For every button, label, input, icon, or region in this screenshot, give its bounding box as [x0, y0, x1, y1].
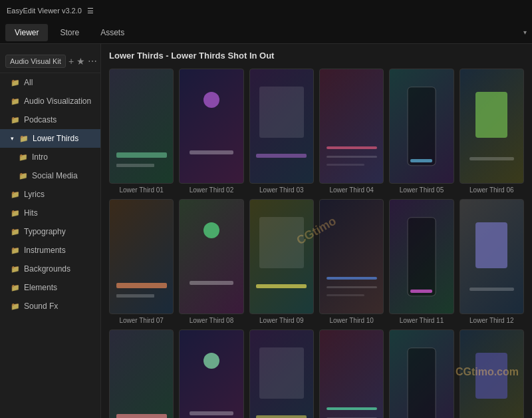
- menu-icon[interactable]: ☰: [87, 7, 94, 15]
- thumbnail-inner: [110, 200, 173, 314]
- grid-item[interactable]: Lower Third 13: [109, 329, 174, 418]
- sidebar-toolbar: Audio Visual Kit + ★ ⋯: [0, 49, 100, 73]
- thumbnail-inner: [390, 200, 453, 314]
- sidebar-item-label: Typography: [24, 227, 66, 236]
- sidebar-item-instruments[interactable]: 📁 Instruments: [0, 241, 100, 260]
- thumbnail: [109, 69, 174, 184]
- grid-item[interactable]: Lower Third 14: [179, 329, 243, 418]
- more-button[interactable]: ⋯: [88, 54, 97, 69]
- item-label: Lower Third 04: [329, 186, 374, 194]
- sidebar-item-podcasts[interactable]: 📁 Podcasts: [0, 110, 100, 129]
- tab-viewer[interactable]: Viewer: [5, 24, 48, 41]
- item-label: Lower Third 10: [329, 317, 374, 324]
- thumbnail: [319, 199, 384, 314]
- item-label: Lower Third 09: [259, 317, 304, 324]
- sidebar-item-label: Lower Thirds: [33, 134, 78, 143]
- thumbnail: [460, 69, 524, 184]
- sidebar-item-intro[interactable]: 📁 Intro: [0, 148, 100, 166]
- sidebar-item-label: Elements: [24, 283, 57, 292]
- thumbnail-inner: [320, 330, 383, 418]
- folder-icon: 📁: [11, 209, 20, 218]
- folder-icon: 📁: [19, 172, 28, 180]
- kit-selector[interactable]: Audio Visual Kit: [5, 55, 66, 68]
- thumbnail-inner: [320, 200, 383, 314]
- grid-item[interactable]: Lower Third 12: [460, 199, 524, 324]
- thumbnail: [460, 329, 524, 418]
- grid-item[interactable]: Lower Third 05: [389, 69, 454, 194]
- thumbnail-inner: [110, 69, 173, 183]
- sidebar-item-label: Podcasts: [24, 115, 57, 124]
- sidebar-item-label: Instruments: [24, 246, 66, 255]
- thumbnail-inner: [250, 330, 313, 418]
- grid-item[interactable]: Lower Third 02: [179, 69, 243, 194]
- sidebar-item-label: All: [24, 78, 33, 87]
- grid-item[interactable]: Lower Third 09: [249, 199, 314, 324]
- sidebar-item-label: Intro: [32, 152, 48, 162]
- content-area: CGtimo CGtimo.com Lower Thirds - Lower T…: [101, 44, 532, 418]
- folder-icon: 📁: [11, 246, 20, 255]
- sidebar-item-typography[interactable]: 📁 Typography: [0, 222, 100, 241]
- folder-icon: 📁: [11, 97, 20, 106]
- thumbnail: [109, 329, 174, 418]
- favorite-button[interactable]: ★: [76, 54, 85, 69]
- item-label: Lower Third 02: [190, 186, 234, 194]
- grid-item[interactable]: Lower Third 04: [319, 69, 384, 194]
- grid-item[interactable]: Lower Third 15: [249, 329, 314, 418]
- thumbnail: [249, 69, 314, 184]
- items-grid: Lower Third 01 Lower Third 02 Lower Thir…: [109, 69, 524, 418]
- thumbnail: [249, 329, 314, 418]
- grid-item[interactable]: Lower Third 16: [319, 329, 384, 418]
- folder-icon: 📁: [19, 134, 29, 143]
- add-kit-button[interactable]: +: [68, 54, 74, 69]
- thumbnail-inner: [390, 330, 453, 418]
- item-label: Lower Third 06: [469, 186, 514, 194]
- thumbnail: [460, 199, 524, 314]
- chevron-icon: ▾: [11, 135, 14, 142]
- grid-item[interactable]: Lower Third 07: [109, 199, 174, 324]
- thumbnail-inner: [390, 69, 453, 183]
- sidebar-item-lower-thirds[interactable]: ▾ 📁 Lower Thirds: [0, 129, 100, 148]
- thumbnail-inner: [180, 200, 243, 314]
- grid-item[interactable]: Lower Third 11: [389, 199, 454, 324]
- grid-item[interactable]: Lower Third 03: [249, 69, 314, 194]
- item-label: Lower Third 08: [190, 317, 234, 324]
- item-label: Lower Third 01: [119, 186, 164, 194]
- grid-item[interactable]: Lower Third 10: [319, 199, 384, 324]
- tab-dropdown-icon[interactable]: ▾: [523, 29, 527, 36]
- thumbnail-inner: [460, 69, 523, 183]
- tab-store[interactable]: Store: [51, 24, 88, 41]
- sidebar-item-label: Backgrounds: [24, 264, 70, 274]
- sidebar-item-elements[interactable]: 📁 Elements: [0, 278, 100, 297]
- grid-item[interactable]: Lower Third 18: [460, 329, 524, 418]
- grid-item[interactable]: Lower Third 08: [179, 199, 243, 324]
- thumbnail: [319, 329, 384, 418]
- thumbnail-inner: [460, 200, 523, 314]
- thumbnail: [179, 69, 243, 184]
- thumbnail-inner: [180, 330, 243, 418]
- grid-item[interactable]: Lower Third 06: [460, 69, 524, 194]
- folder-icon: 📁: [11, 228, 20, 236]
- item-label: Lower Third 07: [119, 317, 164, 324]
- app-title: EasyEdit Viewer v3.2.0: [7, 7, 82, 15]
- sidebar-item-audio-visualization[interactable]: 📁 Audio Visualization: [0, 92, 100, 110]
- item-label: Lower Third 05: [400, 186, 444, 194]
- sidebar-item-social-media[interactable]: 📁 Social Media: [0, 166, 100, 185]
- thumbnail-inner: [180, 69, 243, 183]
- tab-assets[interactable]: Assets: [91, 24, 134, 41]
- thumbnail-inner: [250, 69, 313, 183]
- sidebar-item-hits[interactable]: 📁 Hits: [0, 204, 100, 222]
- folder-icon: 📁: [19, 153, 28, 162]
- sidebar-item-sound-fx[interactable]: 📁 Sound Fx: [0, 297, 100, 315]
- thumbnail-inner: [320, 69, 383, 183]
- sidebar-item-all[interactable]: 📁 All: [0, 73, 100, 92]
- thumbnail: [389, 199, 454, 314]
- sidebar-item-lyrics[interactable]: 📁 Lyrics: [0, 185, 100, 204]
- folder-icon: 📁: [11, 79, 20, 87]
- folder-icon: 📁: [11, 190, 20, 199]
- sidebar-item-label: Lyrics: [24, 190, 45, 199]
- grid-item[interactable]: Lower Third 01: [109, 69, 174, 194]
- grid-item[interactable]: Lower Third 17: [389, 329, 454, 418]
- sidebar-item-label: Sound Fx: [24, 302, 58, 311]
- sidebar-item-backgrounds[interactable]: 📁 Backgrounds: [0, 260, 100, 278]
- thumbnail: [179, 329, 243, 418]
